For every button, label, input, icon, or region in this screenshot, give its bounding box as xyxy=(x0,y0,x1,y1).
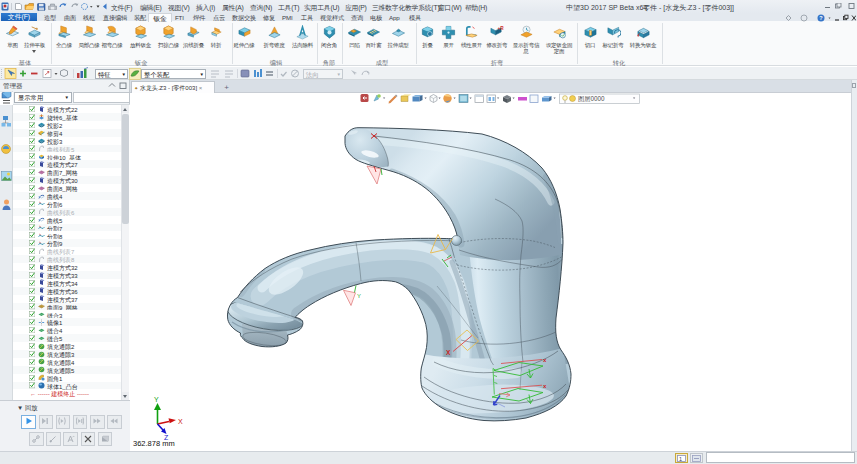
svg-text:X: X xyxy=(446,349,451,356)
svg-text:1: 1 xyxy=(679,455,682,461)
svg-text:Y: Y xyxy=(154,396,159,403)
svg-text:Y: Y xyxy=(357,293,361,299)
svg-text:+R: +R xyxy=(498,26,505,31)
svg-text:X: X xyxy=(178,418,183,425)
